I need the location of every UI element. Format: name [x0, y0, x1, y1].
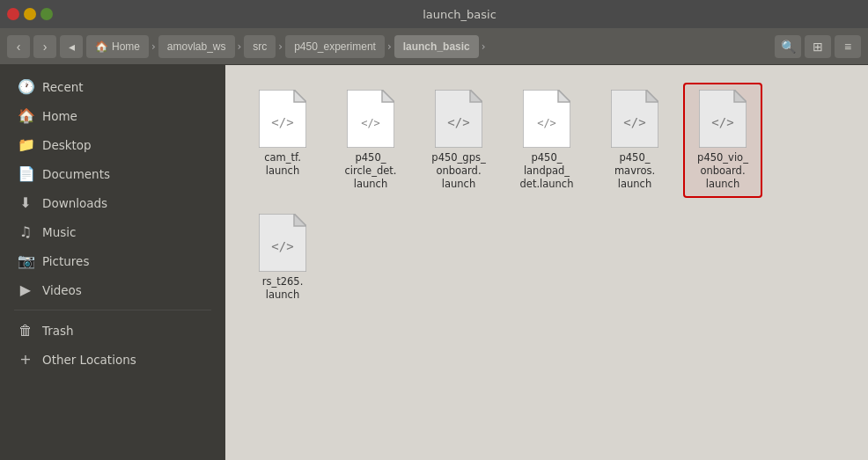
- file-icon-rs-t265: </>: [259, 214, 306, 272]
- file-grid-row2: </> rs_t265.launch: [243, 207, 850, 309]
- svg-text:</>: </>: [271, 239, 293, 253]
- svg-marker-7: [470, 90, 482, 102]
- videos-icon: ▶: [18, 281, 33, 298]
- home-icon: 🏠: [18, 107, 33, 124]
- breadcrumb-amovlab[interactable]: amovlab_ws: [158, 35, 235, 58]
- sidebar-label-home: Home: [42, 109, 77, 123]
- title-bar: launch_basic: [0, 0, 868, 28]
- breadcrumb-p450[interactable]: p450_experiment: [285, 35, 385, 58]
- breadcrumb-sep-3: ›: [277, 40, 283, 53]
- maximize-button[interactable]: [40, 8, 53, 20]
- trash-icon: 🗑: [18, 322, 33, 339]
- sidebar-label-trash: Trash: [42, 324, 74, 338]
- sidebar-label-videos: Videos: [42, 283, 82, 297]
- sidebar-item-music[interactable]: ♫ Music: [4, 217, 222, 246]
- breadcrumb-launch-basic[interactable]: launch_basic: [394, 35, 479, 58]
- sidebar-item-pictures[interactable]: 📷 Pictures: [4, 246, 222, 275]
- file-label-p450-landpad-det: p450_landpad_det.launch: [520, 151, 574, 191]
- search-button[interactable]: 🔍: [775, 35, 801, 58]
- file-icon-p450-landpad-det: </>: [523, 90, 570, 148]
- music-icon: ♫: [18, 223, 33, 240]
- file-item-cam-tf[interactable]: </> cam_tf.launch: [243, 83, 322, 198]
- breadcrumb-home[interactable]: 🏠 Home: [86, 35, 149, 58]
- sidebar-label-recent: Recent: [42, 80, 84, 94]
- breadcrumb-sep-1: ›: [151, 40, 157, 53]
- desktop-icon: 📁: [18, 136, 33, 153]
- up-button[interactable]: ◂: [60, 35, 83, 58]
- sidebar-item-documents[interactable]: 📄 Documents: [4, 159, 222, 188]
- sidebar-item-recent[interactable]: 🕐 Recent: [4, 72, 222, 101]
- view-toggle-button[interactable]: ⊞: [805, 35, 831, 58]
- sidebar-divider: [14, 310, 211, 310]
- svg-marker-13: [646, 90, 658, 102]
- minimize-button[interactable]: [24, 8, 36, 20]
- window-controls: [7, 8, 53, 20]
- toolbar: ‹ › ◂ 🏠 Home › amovlab_ws › src › p450_e…: [0, 28, 868, 65]
- sidebar-label-desktop: Desktop: [42, 138, 92, 152]
- main-content: 🕐 Recent 🏠 Home 📁 Desktop 📄 Documents ⬇ …: [0, 65, 868, 460]
- pictures-icon: 📷: [18, 252, 33, 269]
- sidebar-item-downloads[interactable]: ⬇ Downloads: [4, 188, 222, 217]
- file-label-p450-mavros: p450_mavros.launch: [614, 151, 655, 191]
- svg-text:</>: </>: [447, 115, 469, 129]
- other-locations-icon: +: [18, 351, 33, 368]
- menu-icon: ≡: [844, 40, 851, 54]
- file-icon-cam-tf: </>: [259, 90, 306, 148]
- svg-marker-4: [382, 90, 394, 102]
- sidebar-item-home[interactable]: 🏠 Home: [4, 101, 222, 130]
- sidebar-label-music: Music: [42, 225, 76, 239]
- file-item-p450-gps-onboard[interactable]: </> p450_gps_onboard.launch: [419, 83, 498, 198]
- file-item-p450-circle-det[interactable]: </> p450_circle_det.launch: [331, 83, 410, 198]
- breadcrumb-sep-5: ›: [481, 40, 487, 53]
- file-icon-p450-vio-onboard: </>: [699, 90, 747, 148]
- file-area: </> cam_tf.launch </> p450_circle_det.la…: [225, 65, 868, 460]
- file-item-p450-landpad-det[interactable]: </> p450_landpad_det.launch: [507, 83, 586, 198]
- file-icon-p450-mavros: </>: [611, 90, 658, 148]
- file-item-p450-vio-onboard[interactable]: </> p450_vio_onboard.launch: [683, 83, 762, 198]
- svg-marker-16: [734, 90, 747, 102]
- breadcrumb: 🏠 Home › amovlab_ws › src › p450_experim…: [86, 35, 771, 58]
- downloads-icon: ⬇: [18, 194, 33, 211]
- svg-text:</>: </>: [711, 115, 733, 129]
- forward-button[interactable]: ›: [33, 35, 56, 58]
- sidebar-label-pictures: Pictures: [42, 254, 89, 268]
- file-icon-p450-gps-onboard: </>: [435, 90, 482, 148]
- window-title: launch_basic: [58, 8, 861, 21]
- sidebar-item-desktop[interactable]: 📁 Desktop: [4, 130, 222, 159]
- file-label-rs-t265: rs_t265.launch: [262, 275, 304, 302]
- documents-icon: 📄: [18, 165, 33, 182]
- sidebar-item-videos[interactable]: ▶ Videos: [4, 275, 222, 304]
- sidebar-label-documents: Documents: [42, 167, 110, 181]
- svg-text:</>: </>: [271, 115, 293, 129]
- svg-text:</>: </>: [361, 117, 380, 129]
- search-icon: 🔍: [781, 40, 796, 54]
- breadcrumb-sep-4: ›: [386, 40, 393, 53]
- back-button[interactable]: ‹: [7, 35, 30, 58]
- sidebar-label-downloads: Downloads: [42, 196, 107, 210]
- file-label-p450-gps-onboard: p450_gps_onboard.launch: [431, 151, 485, 191]
- svg-marker-10: [558, 90, 570, 102]
- file-grid: </> cam_tf.launch </> p450_circle_det.la…: [243, 83, 850, 198]
- menu-button[interactable]: ≡: [835, 35, 861, 58]
- view-icon: ⊞: [813, 40, 823, 54]
- breadcrumb-src[interactable]: src: [244, 35, 276, 58]
- close-button[interactable]: [7, 8, 19, 20]
- svg-text:</>: </>: [623, 115, 645, 129]
- breadcrumb-sep-2: ›: [237, 40, 243, 53]
- file-label-cam-tf: cam_tf.launch: [264, 151, 301, 178]
- sidebar-item-other-locations[interactable]: + Other Locations: [4, 345, 222, 374]
- file-label-p450-vio-onboard: p450_vio_onboard.launch: [697, 151, 748, 191]
- recent-icon: 🕐: [18, 78, 33, 95]
- file-item-rs-t265[interactable]: </> rs_t265.launch: [243, 207, 322, 309]
- svg-marker-19: [294, 214, 306, 226]
- sidebar: 🕐 Recent 🏠 Home 📁 Desktop 📄 Documents ⬇ …: [0, 65, 225, 460]
- home-icon: 🏠: [95, 40, 108, 53]
- svg-marker-1: [294, 90, 306, 102]
- sidebar-item-trash[interactable]: 🗑 Trash: [4, 316, 222, 345]
- sidebar-label-other-locations: Other Locations: [42, 353, 136, 367]
- svg-text:</>: </>: [537, 117, 556, 129]
- toolbar-right: 🔍 ⊞ ≡: [775, 35, 861, 58]
- file-icon-p450-circle-det: </>: [347, 90, 394, 148]
- file-item-p450-mavros[interactable]: </> p450_mavros.launch: [595, 83, 674, 198]
- file-label-p450-circle-det: p450_circle_det.launch: [345, 151, 397, 191]
